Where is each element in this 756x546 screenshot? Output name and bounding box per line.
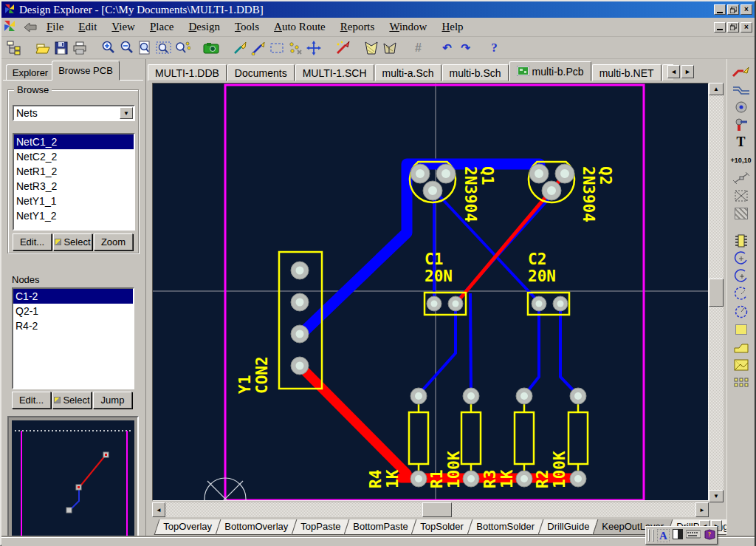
r1-label[interactable]: R1 100K: [429, 451, 463, 488]
layer-tab[interactable]: TopSolder: [411, 519, 472, 535]
help-book-icon[interactable]: ?: [704, 529, 716, 542]
hscroll-thumb[interactable]: [422, 502, 452, 517]
nets-edit-button[interactable]: Edit...: [13, 233, 52, 250]
dimension-tool-icon[interactable]: [730, 170, 752, 185]
polygon-pour-icon[interactable]: [730, 339, 752, 355]
move-selection-icon[interactable]: [286, 39, 304, 57]
camera-icon[interactable]: [202, 39, 220, 57]
explorer-toggle-icon[interactable]: [4, 39, 23, 57]
move-cross-icon[interactable]: [304, 39, 323, 57]
grid-icon[interactable]: #: [409, 39, 427, 57]
vscroll-thumb[interactable]: [709, 279, 724, 307]
r2-label[interactable]: R2 100K: [535, 451, 568, 488]
pad-tool-icon[interactable]: [730, 117, 752, 132]
doc-tab[interactable]: Documents: [227, 64, 295, 81]
mdi-restore-button[interactable]: [727, 22, 739, 33]
fill-tool-icon[interactable]: [730, 321, 752, 337]
interactive-route-icon[interactable]: [730, 64, 752, 79]
redo-icon[interactable]: ↷: [456, 39, 475, 57]
plane-hatch-icon[interactable]: [730, 205, 752, 221]
horizontal-scrollbar[interactable]: ◄ ►: [152, 502, 709, 517]
c2-label[interactable]: C2 20N: [528, 251, 556, 285]
document-icon[interactable]: [3, 20, 16, 34]
zoom-point-icon[interactable]: [173, 39, 191, 57]
doc-tab-active[interactable]: multi-b.Pcb: [509, 61, 591, 81]
list-item[interactable]: Q2-1: [13, 304, 133, 318]
arc-angle-tool-icon[interactable]: [730, 286, 752, 301]
print-icon[interactable]: [70, 39, 89, 57]
mdi-close-button[interactable]: ×: [740, 22, 752, 33]
layer-tab[interactable]: BottomSolder: [467, 519, 544, 535]
circle-tool-icon[interactable]: [730, 304, 752, 319]
nodes-select-button[interactable]: Select: [52, 392, 92, 409]
coordinate-tool-icon[interactable]: +10,10: [730, 152, 752, 168]
menu-file[interactable]: File: [39, 19, 71, 35]
scroll-right-icon[interactable]: ►: [695, 502, 709, 517]
nets-select-button[interactable]: Select: [53, 233, 92, 250]
restore-button[interactable]: [727, 4, 739, 15]
list-item[interactable]: R4-2: [13, 318, 133, 333]
nodes-edit-button[interactable]: Edit...: [12, 392, 51, 409]
menu-edit[interactable]: Edit: [71, 19, 104, 35]
undo-icon[interactable]: ↶: [438, 39, 456, 57]
doc-tab[interactable]: MULTI-1.DDB: [148, 64, 227, 81]
save-icon[interactable]: [52, 39, 70, 57]
annotate-icon[interactable]: A: [657, 529, 670, 542]
minimize-button[interactable]: [714, 4, 726, 15]
menu-view[interactable]: View: [104, 19, 142, 35]
panel-toggle-icon[interactable]: [673, 529, 683, 542]
dropdown-arrow-icon[interactable]: ▼: [120, 107, 133, 119]
keepout-box-icon[interactable]: [730, 188, 752, 203]
menu-auto-route[interactable]: Auto Route: [267, 19, 333, 35]
selection-rect-icon[interactable]: [267, 39, 286, 57]
via-tool-icon[interactable]: [730, 99, 752, 115]
scroll-down-icon[interactable]: ▼: [709, 490, 724, 502]
list-item[interactable]: C1-2: [13, 289, 133, 304]
layer-tab[interactable]: BottomOverlay: [215, 519, 297, 535]
polygon-plane-icon[interactable]: [362, 39, 380, 57]
tab-explorer[interactable]: Explorer: [6, 64, 55, 81]
menu-help[interactable]: Help: [434, 19, 470, 35]
menu-window[interactable]: Window: [382, 19, 434, 35]
arc-edge-tool-icon[interactable]: [730, 250, 752, 266]
layer-tab[interactable]: TopOverlay: [154, 519, 221, 535]
browse-category-dropdown[interactable]: Nets ▼: [13, 105, 135, 121]
toolbar-grip[interactable]: [653, 529, 654, 542]
zoom-out-icon[interactable]: [117, 39, 136, 57]
r3-label[interactable]: R3 1K: [482, 470, 516, 488]
layer-tab[interactable]: DrillGuide: [537, 519, 598, 535]
nets-list[interactable]: NetC1_2 NetC2_2 NetR1_2 NetR3_2 NetY1_1 …: [13, 133, 135, 231]
zoom-in-icon[interactable]: [99, 39, 117, 57]
split-plane-icon[interactable]: [380, 39, 399, 57]
layer-tab[interactable]: BottomPaste: [344, 519, 417, 535]
track-tool-icon[interactable]: [730, 81, 752, 97]
mdi-minimize-button[interactable]: [714, 22, 726, 33]
list-item[interactable]: NetC2_2: [14, 149, 134, 164]
layer-tab[interactable]: TopPaste: [291, 519, 349, 535]
pad-array-icon[interactable]: [730, 375, 752, 390]
scroll-left-icon[interactable]: ◄: [152, 502, 165, 517]
doc-tab[interactable]: multi-b.NET: [592, 64, 662, 81]
menu-design[interactable]: Design: [181, 19, 227, 35]
text-tool-icon[interactable]: T: [730, 134, 752, 150]
pcb-viewport[interactable]: Q1 2N3904 Q2 2N3904 C1 20N C2 20N Y1 CON…: [152, 83, 709, 501]
nodes-list[interactable]: C1-2 Q2-1 R4-2: [12, 287, 134, 389]
brush-icon[interactable]: [230, 39, 249, 57]
open-icon[interactable]: [33, 39, 52, 57]
q2-label[interactable]: Q2 2N3904: [580, 166, 614, 222]
component-tool-icon[interactable]: [730, 233, 752, 248]
zoom-document-icon[interactable]: [136, 39, 154, 57]
q1-label[interactable]: Q1 2N3904: [461, 166, 495, 222]
keyboard-icon[interactable]: [686, 530, 701, 541]
scroll-up-icon[interactable]: ▲: [709, 83, 724, 95]
arc-center-tool-icon[interactable]: [730, 268, 752, 284]
doc-tabs-scroll-left[interactable]: ◄: [667, 65, 680, 78]
up-level-arrow-icon[interactable]: [21, 18, 39, 36]
zoom-selection-icon[interactable]: [154, 39, 173, 57]
nodes-jump-button[interactable]: Jump: [93, 392, 132, 409]
vertical-scrollbar[interactable]: ▲ ▼: [709, 83, 724, 502]
doc-tab[interactable]: multi-b.Sch: [442, 64, 509, 81]
list-item[interactable]: NetY1_2: [14, 208, 134, 223]
list-item[interactable]: NetR1_2: [14, 164, 134, 179]
y1-label[interactable]: Y1 CON2: [237, 356, 271, 394]
